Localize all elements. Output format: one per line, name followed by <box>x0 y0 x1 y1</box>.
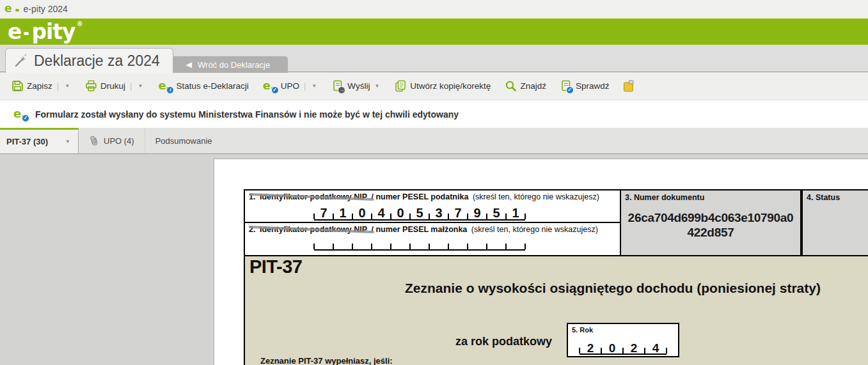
field-pesel-malzonka[interactable]: 2. Identyfikator podatkowy NIP / numer P… <box>244 223 621 256</box>
save-floppy-icon <box>12 80 24 92</box>
digit-cell <box>448 239 468 251</box>
form-code: PIT-37 <box>249 256 302 277</box>
field-pesel-podatnika[interactable]: 1. Identyfikator podatkowy NIP / numer P… <box>244 189 621 223</box>
sticky-note-icon <box>623 80 635 92</box>
digit-cell: 7 <box>314 204 333 221</box>
digit-cell <box>410 239 429 251</box>
copy-icon <box>395 80 407 92</box>
digit-cell: 3 <box>429 204 448 221</box>
toolbar: Zapisz | ▼ Drukuj | ▼ e i Status e-Dek <box>0 72 868 100</box>
print-dropdown-icon[interactable]: ▼ <box>136 82 144 90</box>
check-label: Sprawdź <box>576 81 610 91</box>
digit-cell <box>429 239 448 251</box>
check-button[interactable]: ✓ Sprawdź <box>560 80 610 92</box>
back-arrow-icon: ◀ <box>186 60 192 69</box>
send-dropdown-icon[interactable]: ▼ <box>373 82 381 90</box>
field2-rest: / numer PESEL małżonka <box>372 225 468 234</box>
status-edeklaracji-button[interactable]: e i Status e-Deklaracji <box>158 80 248 92</box>
brand-bar: e pity ® <box>0 17 868 45</box>
tab-wroc-do-deklaracje[interactable]: ◀ Wróć do Deklaracje <box>168 56 288 73</box>
logo-pity: pity <box>31 19 75 44</box>
paperclip-icon <box>89 135 99 146</box>
digit-cell: 2 <box>580 341 601 355</box>
tab-pit37[interactable]: PIT-37 (30) ▼ <box>0 128 79 153</box>
digit-cell: 9 <box>468 204 487 221</box>
back-tab-label: Wróć do Deklaracje <box>198 60 270 70</box>
tab-podsumowanie[interactable]: Podsumowanie <box>145 128 223 153</box>
rok-digits[interactable]: 2024 <box>580 341 667 355</box>
app-favicon-e-icon: e <box>4 3 12 14</box>
pesel-podatnika-digits[interactable]: 71040537951 <box>314 204 525 221</box>
year-caption: za rok podatkowy <box>424 335 552 348</box>
status-label: Status e-Deklaracji <box>176 81 248 91</box>
logo-registered-mark: ® <box>77 20 83 27</box>
field-rok[interactable]: 5. Rok 2024 <box>567 323 679 357</box>
field1-struck-text: Identyfikator podatkowy NIP <box>260 192 367 203</box>
notes-button[interactable] <box>623 80 635 92</box>
find-label: Znajdź <box>520 81 546 91</box>
wand-icon <box>13 54 28 68</box>
tab-pit37-label: PIT-37 (30) <box>6 137 48 146</box>
digit-cell <box>391 239 410 251</box>
tab-podsumowanie-label: Podsumowanie <box>155 136 212 146</box>
upo-dropdown-icon[interactable]: ▼ <box>310 82 318 90</box>
digit-cell <box>468 239 487 251</box>
printer-icon <box>85 80 97 92</box>
digit-cell: 5 <box>410 204 429 221</box>
search-icon <box>505 80 517 92</box>
print-button[interactable]: Drukuj | ▼ <box>85 80 144 92</box>
digit-cell <box>506 239 525 251</box>
digit-cell: 1 <box>506 204 525 221</box>
send-arrow-badge-icon: → <box>338 86 345 94</box>
document-number-value: 26ca704d699b4c063e10790a0422d857 <box>625 211 796 240</box>
digit-cell: 5 <box>487 204 506 221</box>
tab-deklaracje-za-2024[interactable]: Deklaracje za 2024 <box>5 48 173 73</box>
save-button[interactable]: Zapisz | ▼ <box>12 80 71 92</box>
e-glyph: e <box>13 107 21 120</box>
logo-e: e <box>8 19 21 44</box>
upo-button[interactable]: e ✓ UPO | ▼ <box>263 80 319 92</box>
tab-pit37-dropdown-icon[interactable]: ▼ <box>64 137 72 146</box>
field1-hint: (skreśl ten, którego nie wskazujesz) <box>473 192 599 201</box>
send-button[interactable]: → Wyślij ▼ <box>332 80 381 92</box>
find-button[interactable]: Znajdź <box>505 80 546 92</box>
field2-hint: (skreśl ten, którego nie wskazujesz) <box>471 225 598 234</box>
window-titlebar: e e-pity 2024 <box>0 0 868 17</box>
pesel-malzonka-digits[interactable] <box>314 239 525 251</box>
upo-label: UPO <box>281 81 299 91</box>
check-document-icon: ✓ <box>560 80 572 92</box>
pit37-header-section: PIT-37 Zeznanie o wysokości osiągniętego… <box>244 256 868 365</box>
save-dropdown-icon[interactable]: ▼ <box>63 82 71 90</box>
save-label: Zapisz <box>27 81 52 91</box>
digit-cell <box>333 239 352 251</box>
form-tab-strip: PIT-37 (30) ▼ UPO (4) Podsumowanie <box>0 128 868 154</box>
tab-upo[interactable]: UPO (4) <box>79 128 145 153</box>
tab-upo-label: UPO (4) <box>104 136 134 146</box>
info-badge-icon: i <box>166 86 174 94</box>
field1-label: 1. Identyfikator podatkowy NIP / numer P… <box>245 190 620 203</box>
check-badge-icon: ✓ <box>566 86 574 94</box>
form-instructions-intro: Zeznanie PIT-37 wypełniasz, jeśli: <box>260 356 393 365</box>
send-label: Wyślij <box>347 81 370 91</box>
field3-label: 3. Numer dokumentu <box>625 193 796 202</box>
app-window: e e-pity 2024 e pity ® Deklaracje za 202… <box>0 0 868 365</box>
upo-icon: e ✓ <box>263 80 278 92</box>
digit-cell <box>372 239 391 251</box>
pit37-form-page: 1. Identyfikator podatkowy NIP / numer P… <box>214 159 868 365</box>
separator: | <box>304 81 306 91</box>
doc-tab-label: Deklaracje za 2024 <box>34 52 160 70</box>
e-glyph: e <box>263 79 271 92</box>
digit-cell: 1 <box>333 204 352 221</box>
separator: | <box>57 81 59 91</box>
form-content-area: 1. Identyfikator podatkowy NIP / numer P… <box>0 154 868 365</box>
check-badge-icon: ✓ <box>22 114 29 122</box>
digit-cell: 0 <box>352 204 372 221</box>
sent-status-notice: e ✓ Formularz został wysłany do systemu … <box>0 100 868 128</box>
field2-label: 2. Identyfikator podatkowy NIP / numer P… <box>245 223 620 235</box>
field-status: 4. Status <box>801 189 868 256</box>
document-tab-row: Deklaracje za 2024 ◀ Wróć do Deklaracje <box>0 45 868 72</box>
digit-cell <box>314 239 333 251</box>
epity-logo: e pity ® <box>8 19 83 44</box>
digit-cell: 2 <box>623 341 645 355</box>
copy-correct-button[interactable]: Utwórz kopię/korektę <box>395 80 491 92</box>
